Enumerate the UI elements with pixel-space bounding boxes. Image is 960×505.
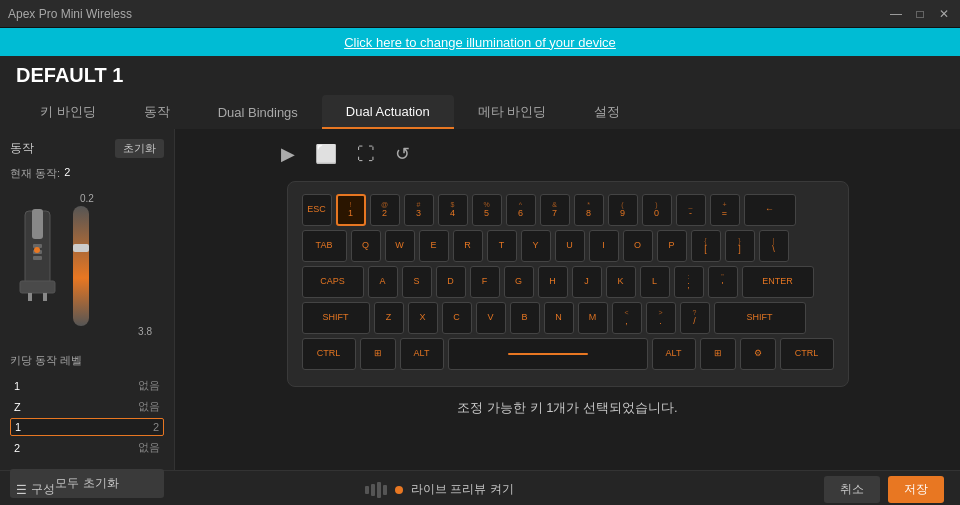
svg-rect-4 bbox=[33, 256, 42, 260]
key-k[interactable]: K bbox=[606, 266, 636, 298]
key-list-item[interactable]: 1 없음 bbox=[10, 376, 164, 395]
undo-button[interactable]: ↺ bbox=[389, 139, 416, 169]
key-z[interactable]: Z bbox=[374, 302, 404, 334]
preview-bar-2 bbox=[371, 484, 375, 496]
key-1[interactable]: !1 bbox=[336, 194, 366, 226]
preview-bar-4 bbox=[383, 485, 387, 495]
key-list-item[interactable]: 2 없음 bbox=[10, 438, 164, 457]
key-backslash[interactable]: |\ bbox=[759, 230, 789, 262]
close-button[interactable]: ✕ bbox=[936, 6, 952, 22]
footer-left: ☰ 구성 bbox=[16, 481, 55, 498]
key-a[interactable]: A bbox=[368, 266, 398, 298]
save-button[interactable]: 저장 bbox=[888, 476, 944, 503]
key-ctrl-left[interactable]: CTRL bbox=[302, 338, 356, 370]
key-f[interactable]: F bbox=[470, 266, 500, 298]
key-slash[interactable]: ?/ bbox=[680, 302, 710, 334]
key-rbracket[interactable]: }] bbox=[725, 230, 755, 262]
key-d[interactable]: D bbox=[436, 266, 466, 298]
key-comma[interactable]: <, bbox=[612, 302, 642, 334]
title-bar: Apex Pro Mini Wireless — □ ✕ bbox=[0, 0, 960, 28]
minimize-button[interactable]: — bbox=[888, 6, 904, 22]
crop-button[interactable]: ⬜ bbox=[309, 139, 343, 169]
key-period[interactable]: >. bbox=[646, 302, 676, 334]
actuation-slider[interactable] bbox=[73, 206, 89, 326]
key-list-item[interactable]: Z 없음 bbox=[10, 397, 164, 416]
key-t[interactable]: T bbox=[487, 230, 517, 262]
footer-center: 라이브 프리뷰 켜기 bbox=[365, 481, 514, 498]
keyboard: ESC !1 @2 #3 $4 %5 ^6 &7 *8 (9 )0 _- += … bbox=[287, 181, 849, 387]
banner-link[interactable]: Click here to change illumination of you… bbox=[344, 35, 616, 50]
key-0[interactable]: )0 bbox=[642, 194, 672, 226]
key-lbracket[interactable]: {[ bbox=[691, 230, 721, 262]
key-enter[interactable]: ENTER bbox=[742, 266, 814, 298]
key-c[interactable]: C bbox=[442, 302, 472, 334]
key-6[interactable]: ^6 bbox=[506, 194, 536, 226]
key-alt-right[interactable]: ALT bbox=[652, 338, 696, 370]
key-i[interactable]: I bbox=[589, 230, 619, 262]
tab-settings[interactable]: 설정 bbox=[570, 95, 644, 129]
key-win-right[interactable]: ⊞ bbox=[700, 338, 736, 370]
key-semicolon[interactable]: :; bbox=[674, 266, 704, 298]
key-tab[interactable]: TAB bbox=[302, 230, 347, 262]
key-fn[interactable]: ⚙ bbox=[740, 338, 776, 370]
config-button[interactable]: ☰ 구성 bbox=[16, 481, 55, 498]
key-quote[interactable]: "' bbox=[708, 266, 738, 298]
key-alt-left[interactable]: ALT bbox=[400, 338, 444, 370]
key-s[interactable]: S bbox=[402, 266, 432, 298]
key-4[interactable]: $4 bbox=[438, 194, 468, 226]
svg-rect-6 bbox=[28, 293, 32, 301]
key-esc[interactable]: ESC bbox=[302, 194, 332, 226]
key-v[interactable]: V bbox=[476, 302, 506, 334]
key-8[interactable]: *8 bbox=[574, 194, 604, 226]
key-7[interactable]: &7 bbox=[540, 194, 570, 226]
key-y[interactable]: Y bbox=[521, 230, 551, 262]
key-equals[interactable]: += bbox=[710, 194, 740, 226]
key-space[interactable] bbox=[448, 338, 648, 370]
key-ctrl-right[interactable]: CTRL bbox=[780, 338, 834, 370]
key-list-item-selected[interactable]: 1 2 bbox=[10, 418, 164, 436]
key-j[interactable]: J bbox=[572, 266, 602, 298]
tab-dual-bindings[interactable]: Dual Bindings bbox=[194, 95, 322, 129]
key-u[interactable]: U bbox=[555, 230, 585, 262]
key-shift-left[interactable]: SHIFT bbox=[302, 302, 370, 334]
maximize-button[interactable]: □ bbox=[912, 6, 928, 22]
keyboard-row-2: TAB Q W E R T Y U I O P {[ }] |\ bbox=[302, 230, 834, 262]
key-caps[interactable]: CAPS bbox=[302, 266, 364, 298]
left-panel: 동작 초기화 현재 동작: 2 0.2 bbox=[0, 129, 175, 470]
preview-label: 라이브 프리뷰 켜기 bbox=[411, 481, 514, 498]
key-9[interactable]: (9 bbox=[608, 194, 638, 226]
key-backspace[interactable]: ← bbox=[744, 194, 796, 226]
key-n[interactable]: N bbox=[544, 302, 574, 334]
banner[interactable]: Click here to change illumination of you… bbox=[0, 28, 960, 56]
tab-meta-binding[interactable]: 메타 바인딩 bbox=[454, 95, 571, 129]
play-button[interactable]: ▶ bbox=[275, 139, 301, 169]
key-minus[interactable]: _- bbox=[676, 194, 706, 226]
key-5[interactable]: %5 bbox=[472, 194, 502, 226]
tab-action[interactable]: 동작 bbox=[120, 95, 194, 129]
action-label: 동작 bbox=[10, 140, 34, 157]
key-win-left[interactable]: ⊞ bbox=[360, 338, 396, 370]
key-g[interactable]: G bbox=[504, 266, 534, 298]
tab-dual-actuation[interactable]: Dual Actuation bbox=[322, 95, 454, 129]
actuation-slider-area: 0.2 bbox=[10, 193, 164, 337]
key-e[interactable]: E bbox=[419, 230, 449, 262]
key-x[interactable]: X bbox=[408, 302, 438, 334]
key-m[interactable]: M bbox=[578, 302, 608, 334]
key-r[interactable]: R bbox=[453, 230, 483, 262]
fullscreen-button[interactable]: ⛶ bbox=[351, 139, 381, 169]
tab-keybinding[interactable]: 키 바인딩 bbox=[16, 95, 120, 129]
key-b[interactable]: B bbox=[510, 302, 540, 334]
key-w[interactable]: W bbox=[385, 230, 415, 262]
key-l[interactable]: L bbox=[640, 266, 670, 298]
svg-point-8 bbox=[34, 247, 40, 253]
key-o[interactable]: O bbox=[623, 230, 653, 262]
key-h[interactable]: H bbox=[538, 266, 568, 298]
key-q[interactable]: Q bbox=[351, 230, 381, 262]
key-2[interactable]: @2 bbox=[370, 194, 400, 226]
key-3[interactable]: #3 bbox=[404, 194, 434, 226]
preview-bar-1 bbox=[365, 486, 369, 494]
key-shift-right[interactable]: SHIFT bbox=[714, 302, 806, 334]
cancel-button[interactable]: 취소 bbox=[824, 476, 880, 503]
reset-button[interactable]: 초기화 bbox=[115, 139, 164, 158]
key-p[interactable]: P bbox=[657, 230, 687, 262]
